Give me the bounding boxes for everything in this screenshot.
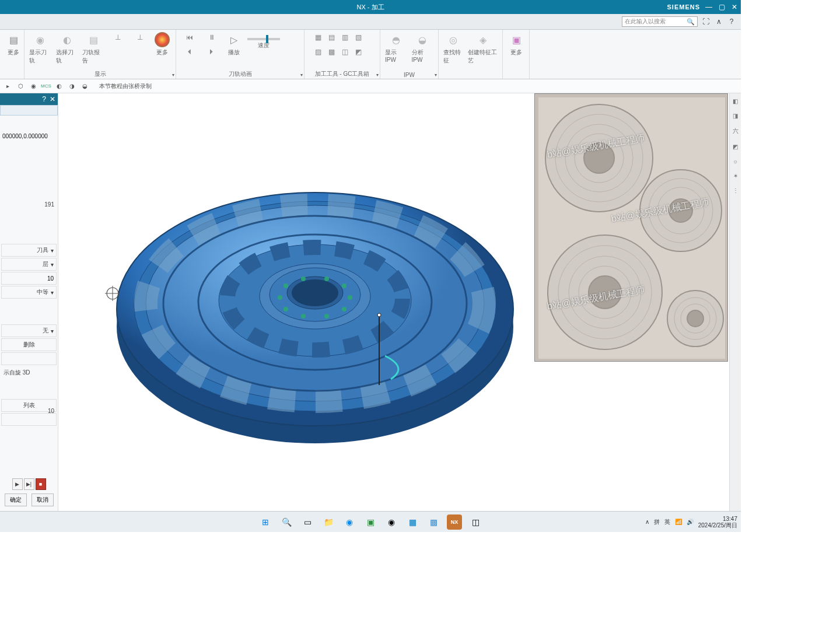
coordinate-display: 000000,0.000000 (0, 116, 58, 142)
medium-dropdown[interactable]: 中等 ▾ (1, 286, 57, 299)
brand-label: SIEMENS (667, 4, 700, 10)
toolpath-report-button[interactable]: ▤刀轨报告 (81, 31, 106, 66)
svg-point-37 (687, 310, 704, 327)
right-icon-7[interactable]: ⋮ (733, 187, 738, 194)
tool-dropdown[interactable]: 刀具 ▾ (1, 244, 57, 257)
close-button[interactable]: ✕ (728, 0, 741, 14)
system-tray: ∧ 拼 英 📶 🔊 13:47 2024/2/25/周日 (645, 516, 737, 528)
none-dropdown[interactable]: 无 ▾ (1, 324, 57, 337)
speed-slider[interactable]: 速度 (246, 31, 281, 51)
right-sidebar: ◧ ◨ 六 ◩ ☼ ✶ ⋮ (729, 93, 741, 513)
gc-icon-4[interactable]: ▧ (348, 31, 368, 44)
right-icon-6[interactable]: ✶ (733, 173, 738, 179)
dialog-help-icon[interactable]: ? (42, 95, 46, 103)
sub-icon-1[interactable]: ▸ (4, 82, 12, 90)
start-button[interactable]: ⊞ (258, 514, 273, 530)
wifi-icon[interactable]: 📶 (675, 519, 682, 525)
group-name-gctools: 加工工具 - GC工具箱 (308, 69, 376, 78)
show-ipw-button[interactable]: ◓显示 IPW (384, 31, 408, 64)
right-icon-5[interactable]: ☼ (733, 158, 738, 164)
ribbon-more-end[interactable]: ▣更多 (506, 31, 526, 58)
tool-icon-2[interactable]: ⊥ (130, 31, 150, 44)
empty-row-1[interactable] (1, 352, 57, 365)
svg-point-17 (301, 314, 306, 318)
app-title: NX - 加工 (356, 3, 384, 12)
sub-icon-mcs[interactable]: MCS (42, 82, 50, 90)
tray-chevron-icon[interactable]: ∧ (645, 519, 649, 525)
ribbon-more-1[interactable]: ▤更多 (4, 31, 23, 58)
play-end-button[interactable]: ▶| (24, 478, 34, 490)
taskview-icon[interactable]: ▭ (300, 514, 315, 530)
svg-point-19 (284, 284, 288, 288)
volume-icon[interactable]: 🔊 (687, 519, 694, 525)
create-feature-process-button[interactable]: ◈创建特征工艺 (467, 31, 499, 66)
dialog-header: ? ✕ (0, 93, 58, 105)
ribbon-group-gctools: ▦ ▤ ▥ ▧ ▨ ▩ ◫ ◩ 加工工具 - GC工具箱 (304, 30, 380, 79)
show-toolpath-button[interactable]: ◉显示刀轨 (28, 31, 52, 66)
svg-point-15 (301, 276, 306, 281)
ribbon-group-start: ▤更多 (0, 30, 24, 79)
delete-button[interactable]: 删除 (1, 338, 57, 351)
minimize-button[interactable]: — (702, 0, 715, 14)
sub-icon-5[interactable]: ◑ (68, 82, 76, 90)
date-label: 2024/2/25/周日 (698, 522, 737, 528)
ribbon-more-2[interactable]: 更多 (152, 31, 172, 58)
layer-dropdown[interactable]: 层 ▾ (1, 258, 57, 271)
app-icon-1[interactable]: ▣ (363, 514, 378, 530)
pause-icon[interactable]: ⏸ (202, 31, 222, 44)
right-icon-1[interactable]: ◧ (733, 98, 738, 104)
cancel-button[interactable]: 取消 (32, 494, 54, 506)
skip-back-icon[interactable]: ⏮ (180, 31, 200, 44)
ribbon-group-end: ▣更多 (503, 30, 530, 79)
help-icon[interactable]: ? (727, 17, 736, 26)
sub-icon-4[interactable]: ◐ (55, 82, 63, 90)
up-arrow-icon[interactable]: ∧ (714, 17, 723, 26)
ime-indicator-2[interactable]: 英 (664, 518, 670, 526)
fullscreen-icon[interactable]: ⛶ (701, 17, 710, 26)
svg-point-13 (278, 295, 282, 300)
value-191: 191 (0, 200, 58, 209)
empty-row-2[interactable] (1, 413, 57, 426)
analyze-ipw-button[interactable]: ◒分析 IPW (411, 31, 435, 64)
svg-point-14 (348, 295, 352, 300)
clock[interactable]: 13:47 2024/2/25/周日 (698, 516, 737, 528)
right-icon-3[interactable]: 六 (733, 127, 738, 135)
svg-point-24 (377, 313, 381, 317)
sub-toolbar: ▸ ⬡ ◉ MCS ◐ ◑ ◒ 本节教程由张桥录制 (0, 79, 741, 93)
ok-button[interactable]: 确定 (5, 494, 27, 506)
window-controls: — ▢ ✕ (702, 0, 741, 14)
edge-icon[interactable]: ◉ (342, 514, 357, 530)
search-taskbar-icon[interactable]: 🔍 (279, 514, 294, 530)
input-10[interactable] (1, 272, 57, 285)
sub-icon-6[interactable]: ◒ (80, 82, 89, 90)
step-back-icon[interactable]: ⏴ (180, 45, 200, 58)
dialog-close-icon[interactable]: ✕ (50, 95, 55, 103)
sub-icon-2[interactable]: ⬡ (16, 82, 24, 90)
right-icon-2[interactable]: ◨ (733, 113, 738, 119)
stop-button[interactable]: ■ (36, 478, 46, 490)
play-button[interactable]: ▷播放 (224, 31, 244, 58)
play-fwd-button[interactable]: ▶ (12, 478, 23, 490)
search-input[interactable]: 在此输入以搜索 🔍 (622, 16, 698, 27)
ribbon-group-ipw: ◓显示 IPW ◒分析 IPW IPW (380, 30, 439, 79)
windows-taskbar: ⊞ 🔍 ▭ 📁 ◉ ▣ ◉ ▦ ▩ NX ◫ ∧ 拼 英 📶 🔊 13:47 2… (0, 511, 741, 532)
tool-icon-1[interactable]: ⊥ (108, 31, 128, 44)
app-icon-4[interactable]: ◫ (468, 514, 483, 530)
step-fwd-icon[interactable]: ⏵ (202, 45, 222, 58)
right-icon-4[interactable]: ◩ (733, 144, 738, 150)
nx-app-icon[interactable]: NX (447, 514, 462, 530)
svg-point-10 (292, 279, 338, 306)
sub-icon-3[interactable]: ◉ (29, 82, 37, 90)
chrome-icon[interactable]: ◉ (384, 514, 399, 530)
app-icon-2[interactable]: ▦ (405, 514, 420, 530)
explorer-icon[interactable]: 📁 (321, 514, 336, 530)
find-feature-button[interactable]: ◎查找特征 (442, 31, 464, 66)
gc-icon-8[interactable]: ◩ (348, 46, 368, 58)
select-toolpath-button[interactable]: ◐选择刀轨 (55, 31, 79, 66)
ribbon-group-animation: ⏮ ⏸ ⏴ ⏵ ▷播放 速度 刀轨动画 (176, 30, 304, 79)
maximize-button[interactable]: ▢ (715, 0, 728, 14)
app-icon-3[interactable]: ▩ (426, 514, 441, 530)
svg-point-21 (284, 307, 288, 312)
spin3d-label: 示自旋 3D (1, 366, 57, 379)
ime-indicator-1[interactable]: 拼 (654, 518, 660, 526)
